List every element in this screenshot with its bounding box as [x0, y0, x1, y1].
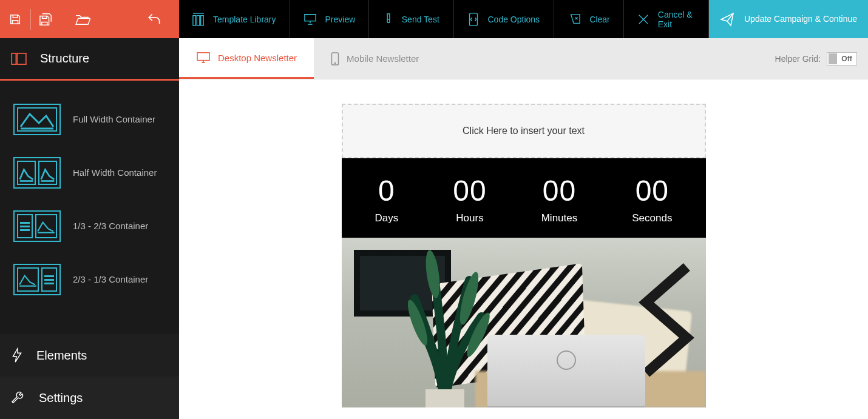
- tab-mobile-label: Mobile Newsletter: [347, 53, 419, 64]
- countdown-days-value: 0: [375, 174, 399, 207]
- canvas-topbar: Desktop Newsletter Mobile Newsletter Hel…: [179, 38, 868, 79]
- countdown-block[interactable]: 0 Days 00 Hours 00 Minutes 00 Seconds: [342, 158, 706, 238]
- elements-title: Elements: [36, 349, 87, 363]
- container-one-two[interactable]: 1/3 - 2/3 Container: [0, 199, 179, 253]
- countdown-minutes-value: 00: [541, 174, 578, 207]
- settings-title: Settings: [39, 391, 83, 405]
- preview-button[interactable]: Preview: [290, 0, 370, 38]
- countdown-minutes: 00 Minutes: [541, 174, 578, 224]
- undo-icon: [146, 12, 162, 27]
- thumb-one-two: [13, 210, 61, 242]
- svg-rect-6: [17, 53, 26, 64]
- sidebar-section-elements[interactable]: Elements: [0, 334, 179, 377]
- tab-mobile[interactable]: Mobile Newsletter: [314, 38, 436, 79]
- template-library-label: Template Library: [213, 15, 276, 24]
- cancel-exit-button[interactable]: Cancel & Exit: [624, 0, 709, 38]
- countdown-days: 0 Days: [375, 174, 399, 224]
- sidebar-section-settings[interactable]: Settings: [0, 377, 179, 419]
- columns-icon: [192, 12, 205, 27]
- container-one-two-label: 1/3 - 2/3 Container: [73, 220, 148, 232]
- tab-desktop[interactable]: Desktop Newsletter: [179, 38, 314, 79]
- canvas-scroll[interactable]: Click Here to insert your text 0 Days 00…: [179, 79, 868, 419]
- send-test-label: Send Test: [402, 15, 439, 24]
- thumb-two-one: [13, 264, 61, 295]
- erase-icon: [568, 13, 581, 25]
- toggle-knob: [829, 53, 837, 64]
- countdown-hours-value: 00: [453, 174, 486, 207]
- update-campaign-label: Update Campaign & Continue: [744, 14, 857, 25]
- update-campaign-button[interactable]: Update Campaign & Continue: [709, 0, 868, 38]
- clear-button[interactable]: Clear: [554, 0, 623, 38]
- countdown-hours: 00 Hours: [453, 174, 486, 224]
- svg-rect-1: [197, 15, 200, 25]
- preview-label: Preview: [325, 15, 356, 24]
- topbar: Template Library Preview Send Test Code …: [0, 0, 868, 38]
- send-test-button[interactable]: Send Test: [369, 0, 454, 38]
- clear-label: Clear: [589, 15, 609, 24]
- svg-rect-0: [193, 15, 196, 25]
- main: Structure Full Width Container: [0, 38, 868, 419]
- container-two-one[interactable]: 2/3 - 1/3 Container: [0, 253, 179, 306]
- image-mark-icon: [18, 109, 56, 130]
- phone-code-icon: [468, 12, 479, 27]
- helper-grid: Helper Grid: Off: [775, 38, 868, 79]
- folder-open-icon: [75, 13, 90, 25]
- helper-grid-label: Helper Grid:: [775, 54, 821, 64]
- template-library-button[interactable]: Template Library: [179, 0, 290, 38]
- helper-grid-toggle[interactable]: Off: [827, 52, 857, 65]
- layout-icon: [11, 53, 27, 65]
- test-tube-icon: [384, 13, 393, 26]
- topbar-file-actions: [0, 0, 179, 38]
- svg-rect-2: [201, 15, 204, 25]
- wrench-icon: [11, 391, 25, 405]
- text-placeholder-label: Click Here to insert your text: [463, 126, 585, 136]
- svg-rect-5: [12, 53, 16, 64]
- presentation-icon: [303, 13, 317, 25]
- code-options-button[interactable]: Code Options: [454, 0, 554, 38]
- countdown-seconds-label: Seconds: [632, 212, 672, 224]
- canvas-area: Desktop Newsletter Mobile Newsletter Hel…: [179, 38, 868, 419]
- countdown-seconds-value: 00: [632, 174, 672, 207]
- cancel-exit-label: Cancel & Exit: [658, 10, 695, 29]
- image-mark-icon: [39, 162, 56, 184]
- hero-laptop: [487, 335, 645, 407]
- image-mark-icon: [36, 215, 56, 237]
- hero-image-block[interactable]: [342, 238, 706, 407]
- floppy-icon: [8, 13, 22, 26]
- thumb-half: [13, 157, 61, 189]
- sidebar: Structure Full Width Container: [0, 38, 179, 419]
- helper-grid-state: Off: [837, 55, 856, 63]
- svg-rect-19: [426, 389, 464, 407]
- svg-point-14: [334, 62, 335, 63]
- paper-plane-icon: [720, 12, 734, 27]
- structure-title: Structure: [40, 52, 89, 65]
- countdown-minutes-label: Minutes: [541, 212, 578, 224]
- svg-rect-12: [197, 53, 209, 61]
- x-icon: [637, 13, 649, 25]
- text-placeholder[interactable]: Click Here to insert your text: [342, 104, 706, 158]
- image-mark-icon: [18, 162, 35, 184]
- topbar-actions: Template Library Preview Send Test Code …: [179, 0, 868, 38]
- save-as-button[interactable]: [31, 0, 61, 38]
- thumb-full: [13, 104, 61, 135]
- mobile-icon: [331, 52, 339, 65]
- container-half-width-label: Half Width Container: [73, 167, 157, 179]
- countdown-days-label: Days: [375, 212, 399, 224]
- sidebar-section-structure[interactable]: Structure: [0, 38, 179, 81]
- undo-button[interactable]: [139, 0, 169, 38]
- open-button[interactable]: [67, 0, 98, 38]
- save-button[interactable]: [0, 0, 30, 38]
- image-mark-icon: [18, 269, 38, 290]
- floppy-stack-icon: [39, 13, 53, 26]
- container-half-width[interactable]: Half Width Container: [0, 146, 179, 199]
- svg-rect-3: [304, 14, 315, 21]
- email-body: Click Here to insert your text 0 Days 00…: [342, 104, 706, 419]
- countdown-seconds: 00 Seconds: [632, 174, 672, 224]
- bolt-icon: [11, 347, 23, 363]
- container-two-one-label: 2/3 - 1/3 Container: [73, 273, 148, 286]
- tab-desktop-label: Desktop Newsletter: [218, 53, 297, 63]
- desktop-icon: [196, 52, 211, 64]
- container-full-width[interactable]: Full Width Container: [0, 93, 179, 146]
- structure-items: Full Width Container Half Width Containe…: [0, 81, 179, 334]
- container-full-width-label: Full Width Container: [73, 113, 155, 126]
